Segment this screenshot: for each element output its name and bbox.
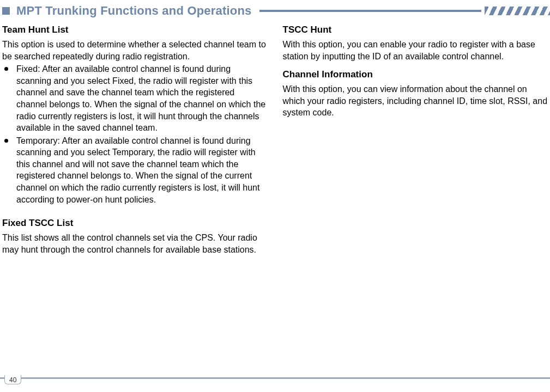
paragraph: This list shows all the control channels… [2,232,268,255]
list-item: Temporary: After an available control ch… [2,135,268,206]
section-heading-team-hunt: Team Hunt List [2,24,268,36]
page-footer: 40 [0,373,550,384]
list-item-text: Fixed: After an available control channe… [16,64,265,132]
page-title: MPT Trunking Functions and Operations [16,4,252,18]
list-item: Fixed: After an available control channe… [2,63,268,134]
paragraph: With this option, you can enable your ra… [283,39,548,62]
paragraph: With this option, you can view informati… [283,83,548,119]
footer-rule [0,377,550,379]
right-column: TSCC Hunt With this option, you can enab… [283,24,548,256]
header-square-icon [2,7,10,15]
header-hatch-icon [485,7,550,15]
section-heading-tscc-hunt: TSCC Hunt [283,24,548,36]
page-number: 40 [4,375,21,384]
content-area: Team Hunt List This option is used to de… [0,19,550,256]
header-rule [259,10,481,12]
paragraph: This option is used to determine whether… [2,39,268,62]
section-heading-fixed-tscc: Fixed TSCC List [2,217,268,230]
left-column: Team Hunt List This option is used to de… [2,24,268,256]
section-heading-channel-info: Channel Information [283,69,548,81]
list-item-text: Temporary: After an available control ch… [16,136,259,204]
bullet-list: Fixed: After an available control channe… [2,63,268,205]
page-header: MPT Trunking Functions and Operations [0,3,550,19]
